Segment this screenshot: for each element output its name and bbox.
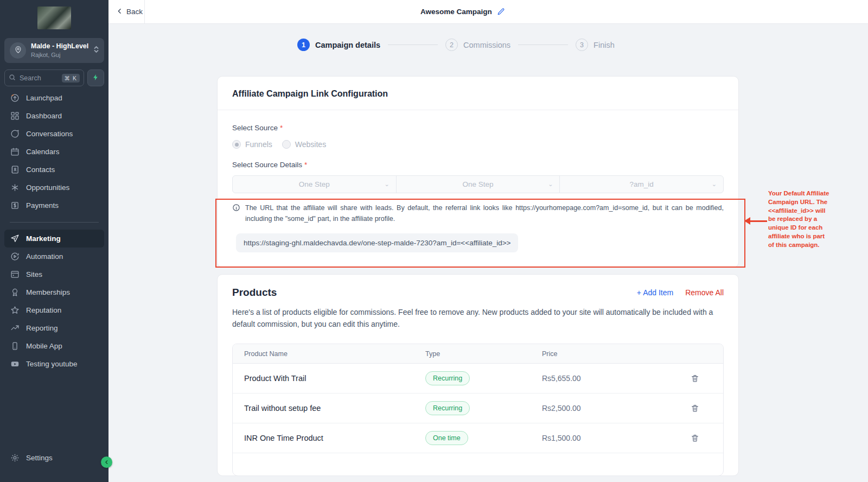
- select-source-details-section: Select Source Details* One Step ⌄ One St…: [218, 149, 738, 193]
- step-label: Commissions: [463, 41, 510, 49]
- radio-selected-icon: [232, 140, 241, 149]
- back-button[interactable]: Back: [116, 0, 143, 23]
- table-row: Product With Trail Recurring Rs5,655.00: [233, 364, 723, 394]
- sidebar-item-sites[interactable]: Sites: [4, 265, 104, 283]
- url-info-block: The URL that the affiliate will share wi…: [218, 193, 738, 224]
- memberships-icon: [10, 288, 20, 297]
- quick-actions-button[interactable]: [87, 69, 104, 86]
- sidebar-item-reporting[interactable]: Reporting: [4, 319, 104, 337]
- content-area: 1 Campaign details 2 Commissions 3 Finis…: [108, 24, 868, 482]
- sidebar-item-memberships[interactable]: Memberships: [4, 283, 104, 301]
- annotation-arrowhead-icon: [744, 217, 750, 225]
- product-name: Trail without setup fee: [233, 404, 425, 413]
- sidebar-item-label: Calendars: [26, 148, 60, 156]
- reputation-icon: [10, 306, 20, 315]
- search-input[interactable]: [20, 74, 58, 82]
- search-icon: [9, 73, 16, 83]
- add-item-button[interactable]: + Add Item: [637, 288, 673, 297]
- step-number: 3: [576, 39, 588, 51]
- dropdown-value: One Step: [462, 180, 493, 188]
- back-label: Back: [126, 8, 143, 16]
- delete-product-button[interactable]: [691, 434, 699, 442]
- sidebar-item-label: Reputation: [26, 306, 61, 314]
- account-switcher[interactable]: Malde - HighLevel Rajkot, Guj: [4, 38, 104, 63]
- sidebar-settings-row: Settings: [4, 449, 104, 467]
- type-badge: Recurring: [425, 371, 470, 385]
- table-empty-row: [233, 453, 723, 476]
- search-field[interactable]: ⌘ K: [4, 69, 84, 86]
- sidebar-item-payments[interactable]: Payments: [4, 196, 104, 214]
- step-commissions[interactable]: 2 Commissions: [445, 39, 510, 51]
- sidebar-item-label: Launchpad: [26, 94, 62, 102]
- products-table: Product Name Type Price Product With Tra…: [232, 344, 724, 476]
- step-finish[interactable]: 3 Finish: [576, 39, 615, 51]
- sidebar-item-automation[interactable]: Automation: [4, 248, 104, 265]
- sidebar-item-marketing[interactable]: Marketing: [4, 230, 104, 248]
- param-select[interactable]: ?am_id ⌄: [559, 175, 724, 193]
- sidebar-item-label: Automation: [26, 252, 63, 261]
- stepper-connector: [388, 45, 438, 45]
- stepper-connector: [518, 45, 568, 45]
- products-description: Here's a list of products eligible for c…: [218, 299, 738, 331]
- sidebar-item-mobile-app[interactable]: Mobile App: [4, 337, 104, 355]
- sidebar-item-label: Opportunities: [26, 183, 69, 192]
- sidebar-item-opportunities[interactable]: Opportunities: [4, 179, 104, 196]
- payments-icon: [10, 201, 20, 211]
- radio-funnels[interactable]: Funnels: [232, 140, 272, 149]
- select-source-details-label: Select Source Details: [232, 161, 302, 169]
- column-header-type: Type: [425, 350, 542, 358]
- sidebar-item-launchpad[interactable]: Launchpad: [4, 89, 104, 107]
- table-header: Product Name Type Price: [233, 344, 723, 364]
- select-source-section: Select Source* Funnels Websites: [218, 110, 738, 149]
- sidebar-item-label: Testing youtube: [26, 360, 78, 368]
- sidebar-item-calendars[interactable]: Calendars: [4, 143, 104, 161]
- radio-websites[interactable]: Websites: [282, 140, 326, 149]
- sidebar-divider: [10, 222, 99, 223]
- remove-all-button[interactable]: Remove All: [685, 288, 724, 297]
- main-area: Back Awesome Campaign 1 Campaign details: [108, 0, 868, 482]
- step-select[interactable]: One Step ⌄: [396, 175, 560, 193]
- dropdown-value: ?am_id: [630, 180, 654, 188]
- sidebar-item-dashboard[interactable]: Dashboard: [4, 107, 104, 125]
- delete-product-button[interactable]: [691, 374, 699, 383]
- sidebar-nav: Launchpad Dashboard Conversations: [4, 89, 104, 373]
- account-location: Rajkot, Guj: [31, 51, 88, 59]
- delete-product-button[interactable]: [691, 404, 699, 413]
- url-info-text: The URL that the affiliate will share wi…: [245, 202, 724, 224]
- select-source-label: Select Source: [232, 124, 278, 132]
- column-header-product-name: Product Name: [233, 350, 425, 358]
- funnel-select[interactable]: One Step ⌄: [232, 175, 397, 193]
- sidebar-item-contacts[interactable]: Contacts: [4, 161, 104, 179]
- sidebar-item-label: Mobile App: [26, 342, 62, 350]
- required-asterisk: *: [304, 161, 307, 169]
- link-configuration-card: Affiliate Campaign Link Configuration Se…: [217, 76, 739, 268]
- product-price: Rs2,500.00: [542, 404, 667, 413]
- sidebar-collapse-button[interactable]: [101, 456, 112, 468]
- chevron-down-icon: ⌄: [384, 181, 389, 188]
- sidebar-item-label: Payments: [26, 201, 59, 210]
- radio-unselected-icon: [282, 140, 291, 149]
- edit-title-button[interactable]: [497, 8, 505, 16]
- account-avatar: [10, 42, 26, 59]
- annotation-arrow: [750, 220, 767, 222]
- type-badge: Recurring: [425, 401, 470, 415]
- products-card: Products + Add Item Remove All Here's a …: [217, 274, 739, 476]
- topbar: Back Awesome Campaign: [108, 0, 868, 24]
- account-name: Malde - HighLevel: [31, 42, 88, 51]
- step-number: 1: [297, 39, 310, 51]
- step-label: Campaign details: [315, 41, 380, 49]
- app: Malde - HighLevel Rajkot, Guj ⌘ K: [0, 0, 868, 482]
- sidebar-item-conversations[interactable]: Conversations: [4, 125, 104, 143]
- opportunities-icon: [10, 183, 20, 193]
- sidebar-item-reputation[interactable]: Reputation: [4, 301, 104, 319]
- default-campaign-url: https://staging-ghl.maldechavda.dev/one-…: [236, 233, 518, 252]
- step-campaign-details[interactable]: 1 Campaign details: [297, 39, 380, 51]
- column-header-price: Price: [542, 350, 667, 358]
- chevron-left-icon: [104, 458, 110, 467]
- sites-icon: [10, 270, 20, 280]
- sidebar-item-testing-youtube[interactable]: Testing youtube: [4, 355, 104, 373]
- sidebar: Malde - HighLevel Rajkot, Guj ⌘ K: [0, 0, 108, 482]
- products-title: Products: [232, 287, 277, 299]
- product-name: INR One Time Product: [233, 434, 425, 442]
- sidebar-item-settings[interactable]: Settings: [4, 449, 104, 467]
